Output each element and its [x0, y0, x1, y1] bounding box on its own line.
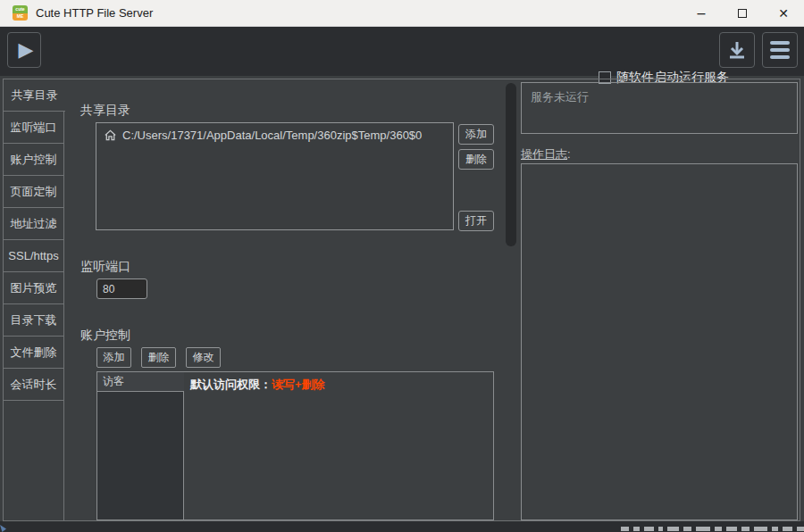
- default-permission-label: 默认访问权限：: [190, 378, 272, 391]
- account-table-header[interactable]: 访客: [97, 372, 184, 392]
- download-button[interactable]: [719, 32, 755, 68]
- account-table[interactable]: 访客 默认访问权限：读写+删除: [96, 371, 494, 520]
- share-add-button[interactable]: 添加: [458, 124, 494, 145]
- tab-label: 共享目录: [12, 87, 58, 104]
- share-dir-path: C:/Users/17371/AppData/Local/Temp/360zip…: [122, 129, 422, 142]
- tab-label: 账户控制: [11, 152, 57, 168]
- default-permission-line: 默认访问权限：读写+删除: [190, 377, 325, 393]
- share-open-button[interactable]: 打开: [458, 211, 494, 231]
- port-section-title: 监听端口: [80, 259, 130, 275]
- default-permission-value: 读写+删除: [272, 378, 325, 391]
- tab-ssl-https[interactable]: SSL/https: [3, 239, 64, 272]
- tab-label: 会话时长: [11, 377, 57, 393]
- hamburger-icon: [770, 41, 790, 59]
- share-dir-item[interactable]: C:/Users/17371/AppData/Local/Temp/360zip…: [104, 129, 446, 142]
- share-delete-button[interactable]: 删除: [458, 149, 494, 170]
- account-delete-button[interactable]: 删除: [141, 347, 176, 368]
- port-input[interactable]: [96, 278, 147, 299]
- clipped-watermark: [621, 527, 804, 532]
- operation-log-colon: :: [567, 147, 571, 161]
- minimize-icon: –: [698, 9, 706, 18]
- titlebar: cute ME Cute HTTP File Server – ✕: [0, 0, 804, 27]
- close-icon: ✕: [778, 6, 789, 21]
- menu-button[interactable]: [762, 32, 798, 68]
- tab-addr-filter[interactable]: 地址过滤: [3, 207, 64, 240]
- play-icon: ▶: [19, 40, 34, 60]
- maximize-button[interactable]: [722, 0, 763, 27]
- window-title: Cute HTTP File Server: [36, 6, 153, 20]
- vertical-scrollbar-thumb[interactable]: [506, 83, 516, 246]
- tab-account-ctrl[interactable]: 账户控制: [3, 143, 64, 176]
- tab-label: 地址过滤: [11, 216, 57, 232]
- service-status-text: 服务未运行: [531, 90, 589, 104]
- operation-log-label: 操作日志:: [521, 146, 571, 162]
- service-status-box: 服务未运行: [521, 82, 798, 134]
- tab-session-time[interactable]: 会话时长: [3, 368, 64, 401]
- tab-file-delete[interactable]: 文件删除: [3, 336, 64, 369]
- sidebar-filler: [3, 400, 64, 521]
- tab-label: 页面定制: [11, 184, 57, 200]
- account-add-button[interactable]: 添加: [96, 347, 131, 368]
- share-section-title: 共享目录: [80, 103, 130, 119]
- start-service-button[interactable]: ▶: [7, 32, 41, 68]
- tab-image-preview[interactable]: 图片预览: [3, 271, 64, 304]
- operation-log-box[interactable]: [521, 163, 798, 520]
- account-section-title: 账户控制: [80, 328, 130, 344]
- close-button[interactable]: ✕: [763, 0, 804, 27]
- tab-page-custom[interactable]: 页面定制: [3, 175, 64, 208]
- download-icon: [727, 40, 747, 60]
- toolbar: ▶ 随软件启动运行服务: [0, 27, 804, 76]
- tab-label: 监听端口: [11, 120, 57, 136]
- minimize-button[interactable]: –: [681, 0, 722, 27]
- operation-log-label-text: 操作日志: [521, 147, 567, 161]
- tab-label: SSL/https: [8, 249, 58, 262]
- maximize-icon: [738, 9, 747, 18]
- window-controls: – ✕: [681, 0, 804, 27]
- tab-listen-port[interactable]: 监听端口: [3, 111, 64, 144]
- tab-label: 目录下载: [11, 312, 57, 328]
- account-modify-button[interactable]: 修改: [186, 347, 221, 368]
- app-icon: cute ME: [13, 5, 28, 21]
- tab-label: 图片预览: [11, 280, 57, 296]
- share-dir-list[interactable]: C:/Users/17371/AppData/Local/Temp/360zip…: [96, 122, 454, 230]
- app-icon-top: cute: [13, 5, 28, 13]
- account-table-column: [97, 372, 184, 520]
- tab-label: 文件删除: [11, 345, 57, 361]
- app-icon-bottom: ME: [13, 13, 28, 21]
- tab-dir-download[interactable]: 目录下载: [3, 303, 64, 337]
- home-icon: [104, 129, 117, 142]
- tab-share-dirs[interactable]: 共享目录: [3, 79, 65, 112]
